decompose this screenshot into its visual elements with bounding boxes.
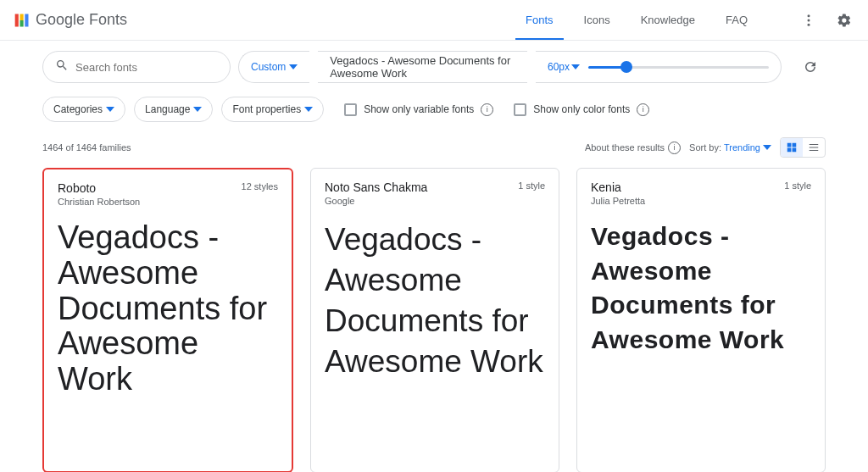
variable-fonts-toggle: Show only variable fonts i	[344, 103, 493, 116]
size-control: 60px	[536, 51, 782, 83]
search-input[interactable]	[75, 61, 218, 74]
info-icon[interactable]: i	[637, 103, 649, 116]
card-preview: Vegadocs - Awesome Documents for Awesome…	[58, 220, 278, 397]
results-count: 1464 of 1464 families	[42, 142, 131, 153]
svg-rect-2	[20, 20, 24, 27]
chevron-down-icon	[193, 105, 202, 114]
top-header: Google Fonts Fonts Icons Knowledge FAQ	[0, 0, 868, 41]
chevron-down-icon	[571, 63, 580, 71]
info-icon: i	[668, 142, 681, 154]
reset-button[interactable]	[795, 52, 826, 82]
about-results-link[interactable]: About these results i	[585, 142, 681, 154]
variable-label: Show only variable fonts	[364, 103, 474, 115]
custom-label: Custom	[251, 61, 286, 73]
nav-knowledge[interactable]: Knowledge	[637, 0, 698, 40]
svg-rect-3	[25, 14, 28, 26]
card-name: Roboto	[58, 181, 96, 195]
font-properties-filter[interactable]: Font properties	[221, 97, 324, 122]
language-label: Language	[145, 103, 190, 115]
results-bar: 1464 of 1464 families About these result…	[0, 132, 868, 163]
color-checkbox[interactable]	[514, 103, 526, 116]
about-text: About these results	[585, 142, 665, 153]
font-card-noto-sans-chakma[interactable]: Noto Sans Chakma 1 style Google Vegadocs…	[310, 168, 559, 472]
card-styles: 1 style	[518, 180, 545, 191]
card-name: Kenia	[591, 180, 621, 194]
toolbar: Custom Vegadocs - Awesome Documents for …	[0, 41, 868, 93]
logo-text: Google Fonts	[36, 11, 127, 29]
nav-faq[interactable]: FAQ	[722, 0, 751, 40]
chevron-down-icon	[106, 105, 114, 114]
filter-bar: Categories Language Font properties Show…	[0, 93, 868, 132]
google-fonts-logo-icon	[14, 12, 31, 29]
main-nav: Fonts Icons Knowledge FAQ	[522, 0, 854, 40]
chevron-down-icon	[289, 63, 298, 71]
logo[interactable]: Google Fonts	[14, 11, 127, 29]
slider-thumb[interactable]	[620, 61, 632, 73]
card-name: Noto Sans Chakma	[325, 180, 427, 194]
sort-select[interactable]: Sort by: Trending	[689, 142, 771, 153]
variable-checkbox[interactable]	[344, 103, 357, 116]
search-icon	[55, 58, 69, 75]
categories-filter[interactable]: Categories	[42, 97, 125, 122]
size-value: 60px	[548, 61, 570, 73]
nav-icons[interactable]: Icons	[581, 0, 614, 40]
language-filter[interactable]: Language	[134, 97, 213, 122]
svg-point-5	[808, 19, 810, 21]
view-toggle	[780, 137, 826, 158]
more-menu-icon[interactable]	[798, 10, 819, 31]
preview-text: Vegadocs - Awesome Documents for Awesome…	[330, 54, 515, 80]
list-view-button[interactable]	[803, 138, 825, 157]
search-input-wrap[interactable]	[42, 51, 231, 83]
info-icon[interactable]: i	[481, 103, 493, 116]
svg-point-4	[808, 14, 810, 17]
sort-value: Trending	[724, 142, 760, 153]
card-preview: Vegadocs - Awesome Documents for Awesome…	[591, 219, 811, 357]
categories-label: Categories	[53, 103, 103, 115]
font-cards: Roboto 12 styles Christian Robertson Veg…	[0, 163, 868, 472]
font-card-kenia[interactable]: Kenia 1 style Julia Petretta Vegadocs - …	[576, 168, 826, 472]
color-fonts-toggle: Show only color fonts i	[514, 103, 649, 116]
card-styles: 1 style	[784, 180, 811, 191]
color-label: Show only color fonts	[533, 103, 630, 115]
card-author: Christian Robertson	[58, 197, 278, 207]
nav-fonts[interactable]: Fonts	[522, 0, 557, 40]
card-author: Google	[325, 196, 545, 206]
font-properties-label: Font properties	[232, 103, 301, 115]
card-styles: 12 styles	[242, 181, 278, 192]
size-select[interactable]: 60px	[548, 61, 580, 73]
sort-label: Sort by:	[689, 142, 721, 153]
card-author: Julia Petretta	[591, 196, 811, 206]
preview-mode-select[interactable]: Custom	[238, 51, 309, 83]
card-preview: Vegadocs - Awesome Documents for Awesome…	[325, 219, 545, 382]
settings-icon[interactable]	[834, 10, 854, 31]
svg-rect-0	[15, 14, 19, 26]
svg-point-6	[808, 23, 810, 25]
chevron-down-icon	[763, 143, 771, 152]
size-slider[interactable]	[588, 66, 769, 69]
preview-text-input[interactable]: Vegadocs - Awesome Documents for Awesome…	[318, 51, 527, 83]
grid-view-button[interactable]	[781, 138, 803, 157]
font-card-roboto[interactable]: Roboto 12 styles Christian Robertson Veg…	[42, 168, 293, 472]
svg-rect-1	[20, 14, 24, 20]
chevron-down-icon	[304, 105, 313, 114]
